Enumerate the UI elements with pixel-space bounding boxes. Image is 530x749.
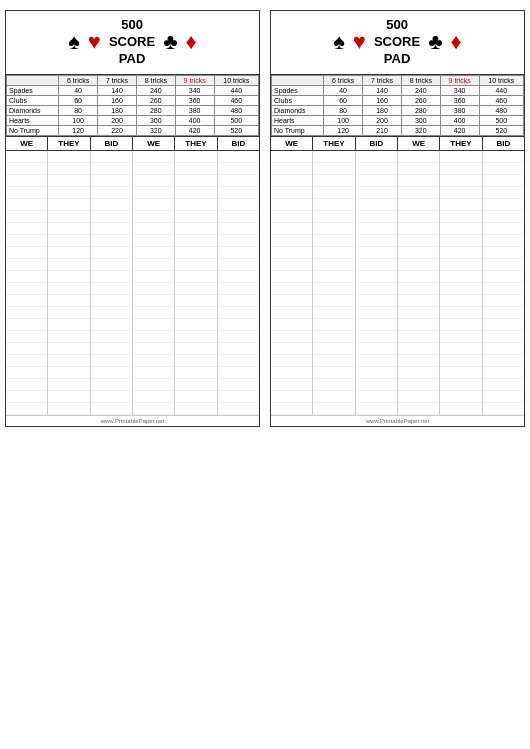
score-cell[interactable] (133, 235, 174, 247)
score-cell[interactable] (218, 343, 259, 355)
score-cell[interactable] (271, 283, 312, 295)
score-cell[interactable] (91, 331, 132, 343)
score-cell[interactable] (271, 331, 312, 343)
score-cell[interactable] (218, 283, 259, 295)
score-cell[interactable] (218, 199, 259, 211)
score-cell[interactable] (91, 247, 132, 259)
score-cell[interactable] (440, 331, 481, 343)
score-cell[interactable] (91, 319, 132, 331)
score-cell[interactable] (218, 271, 259, 283)
score-cell[interactable] (440, 403, 481, 415)
score-cell[interactable] (483, 307, 524, 319)
score-cell[interactable] (175, 247, 216, 259)
score-cell[interactable] (271, 379, 312, 391)
score-cell[interactable] (271, 319, 312, 331)
score-cell[interactable] (175, 211, 216, 223)
score-cell[interactable] (218, 259, 259, 271)
score-cell[interactable] (91, 307, 132, 319)
score-cell[interactable] (48, 283, 89, 295)
score-cell[interactable] (440, 271, 481, 283)
score-cell[interactable] (6, 319, 47, 331)
score-cell[interactable] (440, 151, 481, 163)
score-cell[interactable] (91, 343, 132, 355)
score-cell[interactable] (483, 151, 524, 163)
score-cell[interactable] (356, 379, 397, 391)
score-cell[interactable] (398, 151, 439, 163)
score-cell[interactable] (398, 271, 439, 283)
score-cell[interactable] (271, 247, 312, 259)
score-cell[interactable] (48, 295, 89, 307)
score-cell[interactable] (356, 187, 397, 199)
score-cell[interactable] (133, 199, 174, 211)
score-cell[interactable] (483, 343, 524, 355)
score-cell[interactable] (91, 223, 132, 235)
score-cell[interactable] (6, 163, 47, 175)
score-cell[interactable] (218, 367, 259, 379)
score-cell[interactable] (356, 199, 397, 211)
score-cell[interactable] (356, 403, 397, 415)
score-cell[interactable] (440, 199, 481, 211)
score-cell[interactable] (271, 163, 312, 175)
score-cell[interactable] (356, 343, 397, 355)
score-cell[interactable] (313, 391, 354, 403)
score-cell[interactable] (313, 319, 354, 331)
score-cell[interactable] (133, 379, 174, 391)
score-cell[interactable] (91, 163, 132, 175)
score-cell[interactable] (271, 259, 312, 271)
score-cell[interactable] (133, 247, 174, 259)
score-cell[interactable] (440, 319, 481, 331)
score-cell[interactable] (48, 211, 89, 223)
score-cell[interactable] (175, 379, 216, 391)
score-cell[interactable] (398, 295, 439, 307)
score-cell[interactable] (48, 235, 89, 247)
score-cell[interactable] (218, 355, 259, 367)
score-cell[interactable] (483, 271, 524, 283)
score-cell[interactable] (356, 295, 397, 307)
score-cell[interactable] (133, 271, 174, 283)
score-cell[interactable] (133, 151, 174, 163)
score-cell[interactable] (6, 367, 47, 379)
score-cell[interactable] (48, 391, 89, 403)
score-cell[interactable] (440, 379, 481, 391)
score-cell[interactable] (398, 319, 439, 331)
score-cell[interactable] (313, 223, 354, 235)
score-cell[interactable] (218, 331, 259, 343)
score-cell[interactable] (133, 283, 174, 295)
score-cell[interactable] (483, 319, 524, 331)
score-cell[interactable] (48, 199, 89, 211)
score-cell[interactable] (48, 319, 89, 331)
score-cell[interactable] (483, 211, 524, 223)
score-cell[interactable] (440, 391, 481, 403)
score-cell[interactable] (271, 151, 312, 163)
score-cell[interactable] (398, 223, 439, 235)
score-cell[interactable] (218, 403, 259, 415)
score-cell[interactable] (313, 307, 354, 319)
score-cell[interactable] (398, 379, 439, 391)
score-cell[interactable] (6, 379, 47, 391)
score-cell[interactable] (398, 235, 439, 247)
score-cell[interactable] (175, 403, 216, 415)
score-cell[interactable] (313, 367, 354, 379)
score-cell[interactable] (398, 163, 439, 175)
score-cell[interactable] (133, 355, 174, 367)
score-cell[interactable] (356, 211, 397, 223)
score-cell[interactable] (398, 211, 439, 223)
score-cell[interactable] (218, 163, 259, 175)
score-cell[interactable] (133, 343, 174, 355)
score-cell[interactable] (356, 175, 397, 187)
score-cell[interactable] (483, 355, 524, 367)
score-cell[interactable] (175, 343, 216, 355)
score-cell[interactable] (48, 355, 89, 367)
score-cell[interactable] (483, 199, 524, 211)
score-cell[interactable] (6, 307, 47, 319)
score-cell[interactable] (175, 331, 216, 343)
score-cell[interactable] (271, 211, 312, 223)
score-cell[interactable] (440, 247, 481, 259)
score-cell[interactable] (440, 163, 481, 175)
score-cell[interactable] (6, 355, 47, 367)
score-cell[interactable] (313, 283, 354, 295)
score-cell[interactable] (313, 235, 354, 247)
score-cell[interactable] (398, 403, 439, 415)
score-cell[interactable] (175, 235, 216, 247)
score-cell[interactable] (440, 187, 481, 199)
